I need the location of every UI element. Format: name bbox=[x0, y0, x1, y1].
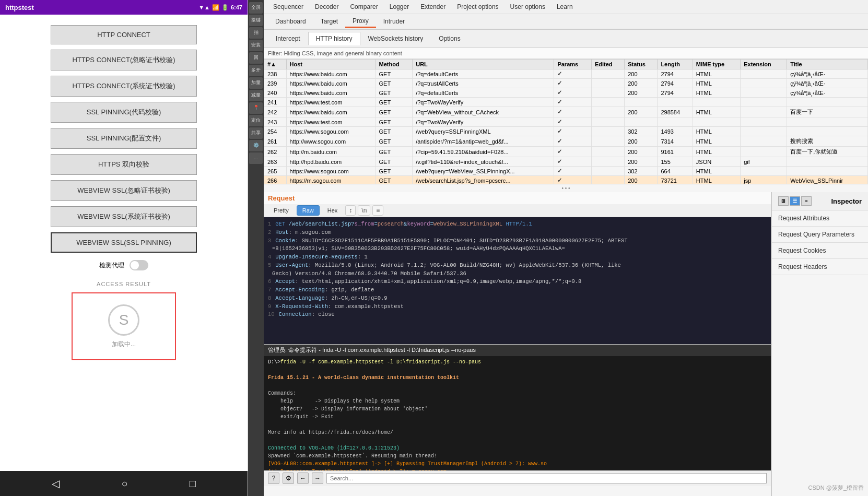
menu-sequencer[interactable]: Sequencer bbox=[268, 1, 309, 13]
back2-btn[interactable]: 回 bbox=[249, 52, 263, 64]
table-row[interactable]: 242https://www.baidu.comGET/?q=WebView_w… bbox=[264, 107, 868, 117]
req-btn-menu[interactable]: ≡ bbox=[372, 205, 383, 216]
terminal-panel[interactable]: D:\>frida -U -f com.example.httpstest -l… bbox=[264, 356, 771, 470]
inspector-request-attributes[interactable]: Request Attributes bbox=[772, 210, 868, 227]
share-btn[interactable]: 共享 bbox=[249, 127, 263, 139]
tab-websockets[interactable]: WebSockets history bbox=[360, 32, 431, 45]
col-status[interactable]: Status bbox=[625, 60, 658, 69]
settings2-btn[interactable]: ⚙ bbox=[283, 473, 294, 484]
view-btn-grid[interactable]: ⊞ bbox=[778, 196, 789, 206]
table-row[interactable]: 254https://www.sogou.comGET/web?query=SS… bbox=[264, 127, 868, 136]
sub-proxy[interactable]: Proxy bbox=[345, 15, 376, 28]
recents-btn[interactable]: □ bbox=[190, 478, 196, 490]
req-tab-hex[interactable]: Hex bbox=[322, 205, 344, 216]
table-row[interactable]: 262http://m.baidu.comGET/?cip=59.41.59.2… bbox=[264, 147, 868, 157]
https-connect-ignore-btn[interactable]: HTTPS CONNECT(忽略证书校验) bbox=[51, 50, 197, 70]
menu-user-options[interactable]: User options bbox=[505, 1, 550, 13]
webview-ssl-ignore-btn[interactable]: WEBVIEW SSL(忽略证书校验) bbox=[51, 180, 197, 201]
req-tab-pretty[interactable]: Pretty bbox=[268, 205, 295, 216]
col-extension[interactable]: Extension bbox=[741, 60, 787, 69]
tab-options[interactable]: Options bbox=[431, 32, 468, 45]
inspector-cookies[interactable]: Request Cookies bbox=[772, 243, 868, 259]
col-length[interactable]: Length bbox=[658, 60, 693, 69]
table-row[interactable]: 239https://www.baidu.comGET/?q=trustAllC… bbox=[264, 79, 868, 88]
table-cell: http://hpd.baidu.com bbox=[286, 157, 376, 167]
forward-btn[interactable]: → bbox=[312, 473, 323, 484]
sub-intruder[interactable]: Intruder bbox=[376, 16, 412, 27]
table-cell: https://m.sogou.com bbox=[286, 176, 376, 185]
menu-decoder[interactable]: Decoder bbox=[310, 1, 344, 13]
table-cell: 302 bbox=[625, 127, 658, 136]
increase-btn[interactable]: 加量 bbox=[249, 77, 263, 89]
view-btn-other[interactable]: ≡ bbox=[801, 196, 812, 206]
table-row[interactable]: 240https://www.baidu.comGET/?q=defaultCe… bbox=[264, 88, 868, 98]
table-row[interactable]: 266https://m.sogou.comGET/web/searchList… bbox=[264, 176, 868, 185]
search-input[interactable] bbox=[326, 473, 767, 483]
home-btn[interactable]: ○ bbox=[121, 478, 127, 490]
table-row[interactable]: 241https://www.test.comGET/?q=TwoWayVeri… bbox=[264, 98, 868, 107]
screenshot-btn[interactable]: 拍 bbox=[249, 27, 263, 39]
col-edited[interactable]: Edited bbox=[591, 60, 624, 69]
table-row[interactable]: 261http://www.sogou.comGET/antispider/?m… bbox=[264, 136, 868, 147]
tab-intercept[interactable]: Intercept bbox=[268, 32, 308, 45]
menu-comparer[interactable]: Comparer bbox=[345, 1, 383, 13]
https-mutual-btn[interactable]: HTTPS 双向校验 bbox=[51, 154, 197, 175]
menu-logger[interactable]: Logger bbox=[384, 1, 414, 13]
webview-ssl-pinning-btn[interactable]: WEBVIEW SSL(SSL PINNING) bbox=[51, 232, 197, 253]
more-btn[interactable]: ... bbox=[249, 152, 263, 164]
table-cell: ✓ bbox=[554, 167, 592, 176]
menu-learn[interactable]: Learn bbox=[552, 1, 578, 13]
android-statusbar: httpstest ▼▲ 📶 🔋 6:47 bbox=[0, 0, 248, 15]
https-connect-system-btn[interactable]: HTTPS CONNECT(系统证书校验) bbox=[51, 76, 197, 97]
table-row[interactable]: 263http://hpd.baidu.comGET/v.gif?tid=110… bbox=[264, 157, 868, 167]
menu-project-options[interactable]: Project options bbox=[452, 1, 503, 13]
webview-ssl-system-btn[interactable]: WEBVIEW SSL(系统证书校验) bbox=[51, 206, 197, 227]
col-host[interactable]: Host bbox=[286, 60, 376, 69]
view-btn-list[interactable]: ☰ bbox=[790, 196, 800, 206]
proxy-toggle[interactable] bbox=[130, 260, 148, 270]
sub-dashboard[interactable]: Dashboard bbox=[268, 16, 313, 27]
ssl-pinning-config-btn[interactable]: SSL PINNING(配置文件) bbox=[51, 128, 197, 149]
back3-btn[interactable]: ← bbox=[297, 473, 309, 484]
table-cell: 2794 bbox=[658, 88, 693, 98]
table-row[interactable]: 238https://www.baidu.comGET/?q=defaultCe… bbox=[264, 69, 868, 79]
term-line-blank bbox=[268, 366, 767, 374]
table-row[interactable]: 243https://www.test.comGET/?q=TwoWayVeri… bbox=[264, 117, 868, 127]
help-btn[interactable]: ? bbox=[268, 473, 279, 484]
http-connect-btn[interactable]: HTTP CONNECT bbox=[51, 25, 197, 44]
settings-btn[interactable]: ⚙️ bbox=[249, 140, 263, 151]
req-btn-arrows[interactable]: ↕ bbox=[345, 205, 356, 216]
back-btn[interactable]: ◁ bbox=[52, 477, 60, 490]
table-row[interactable]: 265https://www.sogou.comGET/web?query=We… bbox=[264, 167, 868, 176]
col-mime[interactable]: MIME type bbox=[693, 60, 740, 69]
inspector-headers[interactable]: Request Headers bbox=[772, 259, 868, 275]
install-btn[interactable]: 安装 bbox=[249, 40, 263, 51]
req-btn-newline[interactable]: \n bbox=[358, 205, 370, 216]
table-cell: https://www.baidu.com bbox=[286, 107, 376, 117]
ssl-pinning-code-btn[interactable]: SSL PINNING(代码校验) bbox=[51, 102, 197, 123]
col-params[interactable]: Params bbox=[554, 60, 592, 69]
request-table-container[interactable]: #▲ Host Method URL Params Edited Status … bbox=[264, 59, 868, 184]
tab-http-history[interactable]: HTTP history bbox=[308, 32, 360, 45]
inspector-query-params[interactable]: Request Query Parameters bbox=[772, 227, 868, 243]
menu-extender[interactable]: Extender bbox=[415, 1, 451, 13]
multi-btn[interactable]: 多开 bbox=[249, 65, 263, 76]
request-body[interactable]: 1GET /web/searchList.jsp?s_from=pcsearch… bbox=[264, 217, 771, 344]
col-method[interactable]: Method bbox=[376, 60, 413, 69]
col-url[interactable]: URL bbox=[413, 60, 554, 69]
table-cell bbox=[591, 147, 624, 157]
term-line-blank2 bbox=[268, 382, 767, 389]
decrease-btn[interactable]: 减量 bbox=[249, 90, 263, 101]
table-cell bbox=[591, 136, 624, 147]
fullscreen-btn[interactable]: 全屏 bbox=[249, 2, 263, 14]
term-line-blank3 bbox=[268, 421, 767, 429]
col-title[interactable]: Title bbox=[787, 60, 868, 69]
sub-target[interactable]: Target bbox=[313, 16, 345, 27]
keyboard-btn[interactable]: 接键 bbox=[249, 15, 263, 26]
req-line-6: 6Accept: text/html,application/xhtml+xml… bbox=[268, 278, 767, 286]
location-btn[interactable]: 📍 bbox=[249, 102, 263, 114]
col-num[interactable]: #▲ bbox=[264, 60, 287, 69]
fixed-btn[interactable]: 定位 bbox=[249, 115, 263, 126]
term-line-1: D:\>frida -U -f com.example.httpstest -l… bbox=[268, 358, 767, 366]
req-tab-raw[interactable]: Raw bbox=[297, 205, 320, 216]
